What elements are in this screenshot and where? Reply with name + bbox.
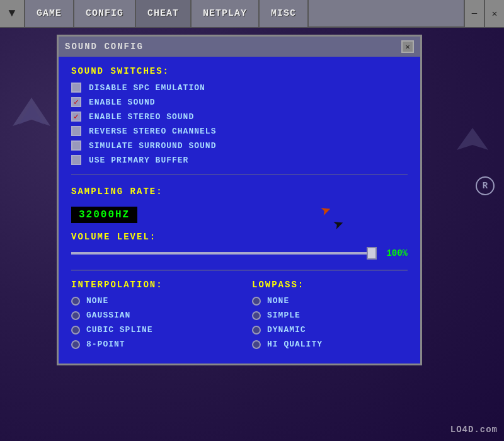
radio-row-low-hiquality: HI QUALITY (252, 340, 408, 349)
menu-item-game[interactable]: GAME (25, 0, 74, 27)
checkbox-row-enable-stereo: ✓ ENABLE STEREO SOUND (71, 112, 408, 122)
dialog-content: SOUND SWITCHES: DISABLE SPC EMULATION ✓ … (59, 57, 420, 364)
radio-low-hiquality[interactable] (252, 340, 261, 349)
menu-item-cheat[interactable]: CHEAT (136, 0, 192, 27)
checkbox-label-enable-stereo: ENABLE STEREO SOUND (89, 112, 194, 122)
radio-low-dynamic[interactable] (252, 326, 261, 335)
bottom-sections: INTERPOLATION: NONE GAUSSIAN CUBIC SPLIN… (71, 280, 408, 354)
checkbox-disable-spc[interactable] (71, 83, 81, 93)
interpolation-section: INTERPOLATION: NONE GAUSSIAN CUBIC SPLIN… (71, 280, 227, 354)
radio-label-interp-none: NONE (86, 296, 108, 306)
menu-item-netplay[interactable]: NETPLAY (192, 0, 260, 27)
radio-label-low-dynamic: DYNAMIC (267, 325, 306, 335)
dialog-title: SOUND CONFIG (65, 42, 144, 52)
radio-interp-gaussian[interactable] (71, 311, 80, 320)
radio-low-simple[interactable] (252, 311, 261, 320)
checkbox-enable-sound[interactable]: ✓ (71, 97, 81, 107)
checkbox-simulate-surround[interactable] (71, 140, 81, 151)
checkbox-reverse-stereo[interactable] (71, 126, 81, 136)
r-badge: R (476, 176, 495, 195)
sampling-rate-section: SAMPLING RATE: 32000HZ (71, 186, 408, 223)
menu-dropdown-button[interactable]: ▼ (0, 0, 25, 27)
checkbox-row-use-primary: USE PRIMARY BUFFER (71, 155, 408, 165)
radio-row-interp-cubic: CUBIC SPLINE (71, 325, 227, 335)
menu-cheat-label: CHEAT (147, 8, 179, 19)
radio-row-low-dynamic: DYNAMIC (252, 325, 408, 335)
checkbox-use-primary[interactable] (71, 155, 81, 165)
lowpass-section: LOWPASS: NONE SIMPLE DYNAMIC HI QUALITY (252, 280, 408, 354)
radio-row-interp-gaussian: GAUSSIAN (71, 311, 227, 320)
radio-row-interp-none: NONE (71, 296, 227, 306)
checkbox-label-simulate-surround: SIMULATE SURROUND SOUND (89, 141, 216, 151)
radio-label-interp-8point: 8-POINT (86, 340, 125, 349)
close-button[interactable]: ✕ (484, 0, 504, 27)
volume-slider-thumb[interactable] (367, 247, 377, 260)
volume-label: VOLUME LEVEL: (71, 232, 408, 242)
watermark: LO4D.com (450, 425, 498, 435)
dialog-close-button[interactable]: ✕ (401, 40, 414, 53)
radio-label-interp-cubic: CUBIC SPLINE (86, 325, 153, 335)
menu-game-label: GAME (37, 8, 62, 19)
checkbox-label-reverse-stereo: REVERSE STEREO CHANNELS (89, 127, 216, 136)
sampling-rate-value: 32000HZ (79, 209, 130, 220)
menu-config-label: CONFIG (86, 8, 123, 19)
minimize-button[interactable]: — (464, 0, 484, 27)
menu-misc-label: MISC (271, 8, 296, 19)
radio-row-low-simple: SIMPLE (252, 311, 408, 320)
volume-slider-row: 100% (71, 248, 408, 258)
menu-item-config[interactable]: CONFIG (74, 0, 136, 27)
checkbox-row-enable-sound: ✓ ENABLE SOUND (71, 97, 408, 107)
radio-interp-8point[interactable] (71, 340, 80, 349)
spaceship-right (454, 126, 491, 154)
radio-interp-none[interactable] (71, 297, 80, 306)
radio-label-low-none: NONE (267, 296, 289, 306)
menu-bar: ▼ GAME CONFIG CHEAT NETPLAY MISC — ✕ (0, 0, 504, 28)
checkbox-row-simulate-surround: SIMULATE SURROUND SOUND (71, 140, 408, 151)
window-controls: — ✕ (464, 0, 504, 27)
divider-1 (71, 174, 408, 175)
radio-row-interp-8point: 8-POINT (71, 340, 227, 349)
radio-label-low-hiquality: HI QUALITY (267, 340, 323, 349)
checkbox-enable-stereo[interactable]: ✓ (71, 112, 81, 122)
lowpass-label: LOWPASS: (252, 280, 408, 290)
sound-switches-label: SOUND SWITCHES: (71, 66, 408, 76)
radio-label-low-simple: SIMPLE (267, 311, 301, 320)
divider-2 (71, 270, 408, 271)
svg-marker-2 (457, 128, 488, 150)
dialog-titlebar: SOUND CONFIG ✕ (59, 37, 420, 57)
menu-item-misc[interactable]: MISC (260, 0, 309, 27)
sound-config-dialog: SOUND CONFIG ✕ SOUND SWITCHES: DISABLE S… (57, 35, 422, 365)
radio-interp-cubic[interactable] (71, 326, 80, 335)
volume-section: VOLUME LEVEL: 100% (71, 232, 408, 258)
radio-row-low-none: NONE (252, 296, 408, 306)
volume-value: 100% (386, 248, 408, 258)
checkbox-label-disable-spc: DISABLE SPC EMULATION (89, 83, 205, 93)
radio-low-none[interactable] (252, 297, 261, 306)
interpolation-label: INTERPOLATION: (71, 280, 227, 290)
menu-netplay-label: NETPLAY (203, 8, 247, 19)
volume-slider-track[interactable] (71, 252, 377, 255)
radio-label-interp-gaussian: GAUSSIAN (86, 311, 130, 320)
checkbox-row-reverse-stereo: REVERSE STEREO CHANNELS (71, 126, 408, 136)
sampling-rate-display[interactable]: 32000HZ (71, 207, 137, 223)
checkbox-row-disable-spc: DISABLE SPC EMULATION (71, 83, 408, 93)
checkbox-label-enable-sound: ENABLE SOUND (89, 98, 156, 107)
spaceship-left (6, 94, 57, 132)
sampling-rate-label: SAMPLING RATE: (71, 186, 408, 197)
checkbox-label-use-primary: USE PRIMARY BUFFER (89, 156, 188, 165)
